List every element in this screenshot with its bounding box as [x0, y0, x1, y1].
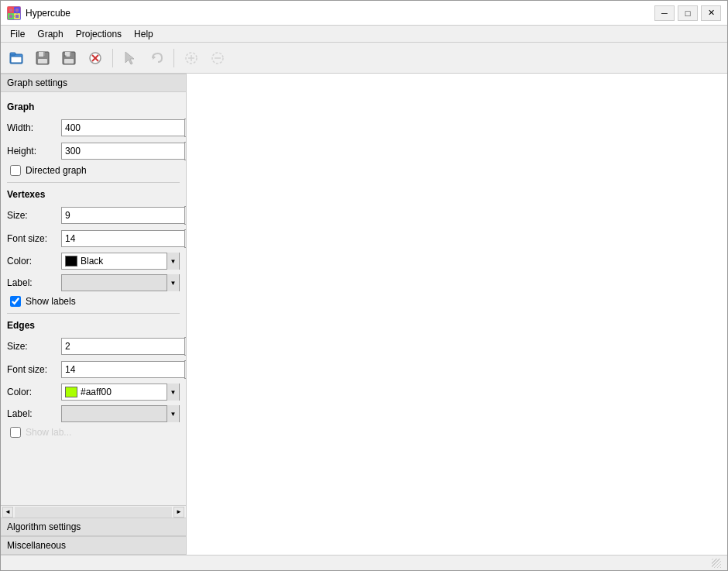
vertex-size-input[interactable]	[61, 207, 184, 224]
height-input[interactable]	[61, 143, 184, 160]
edge-show-labels-checkbox[interactable]	[10, 427, 21, 438]
save-button[interactable]: S	[57, 46, 81, 70]
height-spinner: ▲ ▼	[61, 142, 186, 160]
edge-size-label: Size:	[7, 341, 61, 352]
vertex-color-value: Black	[81, 256, 167, 267]
vertex-color-row: Color: Black ▼	[7, 253, 180, 270]
canvas-area[interactable]	[187, 74, 727, 555]
svg-rect-18	[70, 52, 71, 56]
add-node-button[interactable]	[179, 46, 204, 70]
vertex-color-swatch	[65, 256, 77, 267]
height-up-btn[interactable]: ▲	[185, 143, 186, 151]
height-down-btn[interactable]: ▼	[185, 151, 186, 160]
edge-show-labels-row: Show lab...	[7, 427, 180, 438]
h-scroll-right-btn[interactable]: ►	[173, 507, 184, 518]
svg-rect-3	[15, 14, 19, 19]
edge-font-size-spinner-btns: ▲ ▼	[184, 360, 186, 379]
edge-font-size-down-btn[interactable]: ▼	[185, 370, 186, 378]
edge-font-size-spinner: ▲ ▼	[61, 360, 186, 379]
vertex-font-size-label: Font size:	[7, 233, 61, 244]
vertex-font-size-input[interactable]	[61, 230, 184, 247]
edge-color-swatch	[65, 387, 77, 397]
edge-font-size-input[interactable]	[61, 361, 184, 378]
vertex-size-spinner-btns: ▲ ▼	[184, 206, 186, 225]
resize-handle[interactable]	[712, 559, 721, 568]
vertex-size-up-btn[interactable]: ▲	[185, 207, 186, 215]
width-spinner: ▲ ▼	[61, 119, 186, 137]
vertex-size-label: Size:	[7, 210, 61, 221]
height-spinner-btns: ▲ ▼	[184, 142, 186, 160]
edges-section-label: Edges	[7, 320, 180, 331]
svg-marker-23	[125, 52, 134, 64]
svg-rect-14	[43, 52, 45, 56]
show-labels-row: Show labels	[7, 296, 180, 307]
delete-button[interactable]	[83, 46, 108, 70]
edge-label-dropdown[interactable]: ▼	[61, 405, 180, 422]
menu-graph[interactable]: Graph	[31, 27, 69, 41]
vertex-label-dropdown[interactable]: ▼	[61, 274, 180, 291]
width-up-btn[interactable]: ▲	[185, 119, 186, 128]
vertex-color-dropdown[interactable]: Black ▼	[61, 253, 180, 270]
graph-settings-header[interactable]: Graph settings	[1, 74, 186, 92]
show-labels-checkbox[interactable]	[10, 296, 21, 307]
menu-bar: File Graph Projections Help	[1, 26, 727, 43]
horizontal-scrollbar: ◄ ►	[1, 505, 186, 518]
h-scroll-track[interactable]	[15, 507, 172, 518]
save-as-button[interactable]	[30, 46, 55, 70]
h-scroll-left-btn[interactable]: ◄	[2, 507, 13, 518]
vertex-font-size-spinner: ▲ ▼	[61, 229, 186, 248]
maximize-button[interactable]: □	[678, 5, 698, 21]
left-panel: Graph settings Graph Width: ▲ ▼	[1, 74, 187, 555]
directed-graph-checkbox[interactable]	[10, 165, 21, 176]
vertex-font-size-down-btn[interactable]: ▼	[185, 239, 186, 247]
width-down-btn[interactable]: ▼	[185, 128, 186, 136]
edge-color-value: #aaff00	[81, 387, 167, 397]
status-bar	[1, 555, 727, 570]
vertex-font-size-row: Font size: ▲ ▼	[7, 229, 180, 248]
vertex-color-arrow: ▼	[167, 253, 179, 270]
title-bar: Hypercube ─ □ ✕	[1, 1, 727, 26]
edge-size-up-btn[interactable]: ▲	[185, 338, 186, 346]
vertex-size-down-btn[interactable]: ▼	[185, 215, 186, 224]
svg-rect-10	[11, 57, 22, 63]
settings-scroll-area[interactable]: Graph Width: ▲ ▼ Height:	[1, 92, 186, 505]
edge-size-spinner: ▲ ▼	[61, 337, 186, 356]
pointer-button[interactable]	[118, 46, 143, 70]
toolbar: S	[1, 43, 727, 74]
width-label: Width:	[7, 122, 61, 133]
directed-graph-row: Directed graph	[7, 165, 180, 176]
minimize-button[interactable]: ─	[654, 5, 675, 21]
menu-projections[interactable]: Projections	[70, 27, 128, 41]
graph-settings-content: Graph Width: ▲ ▼ Height:	[1, 92, 186, 518]
remove-node-button[interactable]	[205, 46, 230, 70]
menu-file[interactable]: File	[4, 27, 31, 41]
width-row: Width: ▲ ▼	[7, 119, 180, 137]
edge-color-row: Color: #aaff00 ▼	[7, 384, 180, 401]
divider-2	[7, 313, 180, 314]
algorithm-settings-header[interactable]: Algorithm settings	[1, 518, 186, 536]
undo-button[interactable]	[144, 46, 169, 70]
main-area: Graph settings Graph Width: ▲ ▼	[1, 74, 727, 555]
edge-label-arrow: ▼	[167, 405, 179, 422]
svg-rect-9	[10, 53, 15, 55]
svg-marker-24	[153, 55, 156, 60]
main-window: Hypercube ─ □ ✕ File Graph Projections H…	[0, 0, 728, 571]
menu-help[interactable]: Help	[128, 27, 160, 41]
show-labels-label: Show labels	[26, 296, 76, 307]
edge-label-row: Label: ▼	[7, 405, 180, 422]
svg-text:S: S	[64, 54, 67, 58]
toolbar-separator-1	[112, 49, 113, 67]
edge-size-down-btn[interactable]: ▼	[185, 346, 186, 355]
edge-font-size-up-btn[interactable]: ▲	[185, 361, 186, 370]
width-input[interactable]	[61, 119, 184, 136]
edge-show-labels-label: Show lab...	[26, 427, 71, 438]
vertex-size-spinner: ▲ ▼	[61, 206, 186, 225]
close-button[interactable]: ✕	[701, 5, 721, 21]
toolbar-separator-2	[173, 49, 174, 67]
open-button[interactable]	[4, 46, 29, 70]
edge-color-dropdown[interactable]: #aaff00 ▼	[61, 384, 180, 401]
miscellaneous-header[interactable]: Miscellaneous	[1, 536, 186, 555]
edge-size-input[interactable]	[61, 338, 184, 355]
edge-color-arrow: ▼	[167, 384, 179, 401]
vertex-font-size-up-btn[interactable]: ▲	[185, 230, 186, 239]
